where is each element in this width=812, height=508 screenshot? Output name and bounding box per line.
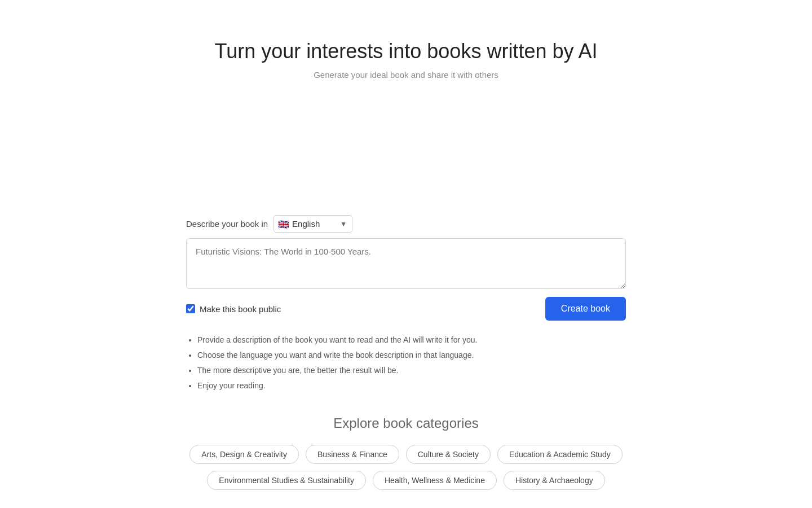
categories-title: Explore book categories	[333, 415, 478, 431]
category-tag[interactable]: Culture & Society	[406, 445, 491, 464]
page-wrapper: Turn your interests into books written b…	[0, 0, 812, 508]
language-row: Describe your book in 🇬🇧 English French …	[186, 215, 352, 233]
category-tag[interactable]: Education & Academic Study	[497, 445, 623, 464]
make-public-checkbox[interactable]	[186, 304, 195, 313]
language-select[interactable]: English French German Spanish Italian	[273, 215, 352, 233]
categories-section: Explore book categories Arts, Design & C…	[0, 415, 812, 490]
language-select-wrapper: 🇬🇧 English French German Spanish Italian…	[273, 215, 352, 233]
instructions-list: Provide a description of the book you wa…	[186, 334, 626, 395]
instruction-item: Choose the language you want and write t…	[197, 349, 626, 361]
instruction-item: Enjoy your reading.	[197, 380, 626, 392]
instruction-item: Provide a description of the book you wa…	[197, 334, 626, 346]
category-tag[interactable]: Health, Wellness & Medicine	[373, 471, 497, 490]
instruction-item: The more descriptive you are, the better…	[197, 365, 626, 376]
categories-grid: Arts, Design & CreativityBusiness & Fina…	[152, 445, 660, 490]
category-tag[interactable]: Environmental Studies & Sustainability	[207, 471, 366, 490]
main-title: Turn your interests into books written b…	[215, 40, 598, 63]
make-public-row: Make this book public	[186, 304, 281, 314]
subtitle: Generate your ideal book and share it wi…	[314, 70, 498, 80]
bottom-row: Make this book public Create book	[186, 297, 626, 321]
form-section: Describe your book in 🇬🇧 English French …	[186, 215, 626, 395]
make-public-label: Make this book public	[200, 304, 281, 314]
book-description-input[interactable]	[186, 238, 626, 289]
create-book-button[interactable]: Create book	[545, 297, 626, 321]
hero-section: Turn your interests into books written b…	[0, 0, 812, 91]
category-tag[interactable]: Arts, Design & Creativity	[189, 445, 299, 464]
category-tag[interactable]: History & Archaeology	[504, 471, 605, 490]
category-tag[interactable]: Business & Finance	[306, 445, 399, 464]
language-label: Describe your book in	[186, 219, 268, 229]
